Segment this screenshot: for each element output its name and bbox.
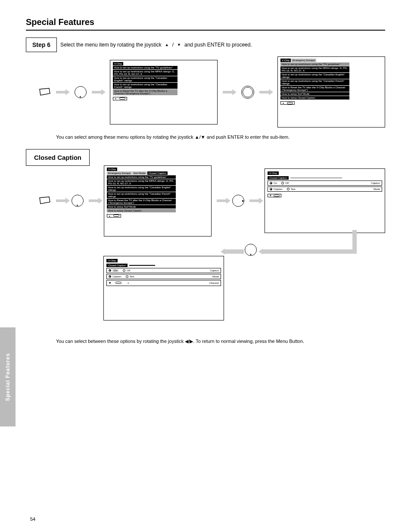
arrow-right-icon	[249, 198, 260, 204]
triangle-up-icon: ▲	[165, 43, 169, 47]
field-mode: Caption Text Mode	[268, 187, 382, 192]
joystick-icon: ▶	[232, 195, 244, 207]
rule	[26, 30, 385, 31]
screen-cc-options-2: V-Chip Closed Caption On Off Caption Cap…	[103, 256, 224, 320]
radio-off-icon	[281, 182, 284, 184]
arrow-right-icon	[92, 89, 105, 95]
step6-instruction-after: and push ENTER to proceed.	[184, 42, 252, 48]
menu-item: How to Reset the TV after the V-Chip Blo…	[280, 86, 349, 92]
menu-item: How to set up restrictions using the MPA…	[280, 66, 349, 72]
menu-item: How to setup Surf Mode	[107, 205, 176, 208]
radio-off-icon	[126, 275, 128, 278]
menu-item: How to Reset the TV after the V-Chip Blo…	[107, 199, 176, 205]
menu-item: How to set up restrictions using the "Ca…	[280, 79, 349, 85]
tab-sub: Emergency Escape	[291, 59, 316, 62]
connector	[225, 249, 244, 254]
arrow-left-icon	[221, 249, 225, 255]
radio-on-icon	[270, 188, 272, 190]
closed-caption-heading: Closed Caption	[26, 149, 90, 166]
radio-off-icon	[123, 269, 125, 272]
step-label: Step 6	[26, 37, 57, 52]
arrow-right-icon	[223, 89, 236, 95]
page-number: 54	[30, 516, 35, 522]
connector	[352, 230, 357, 252]
tab-sub: Emergency Escape	[107, 171, 132, 175]
pager: ▼	[268, 194, 281, 197]
cc-title-sel	[290, 177, 342, 178]
step6-note: You can select among these menu options …	[56, 134, 336, 141]
radio-on-icon	[109, 275, 111, 278]
field-channel: ❖ 1 Channel	[106, 280, 221, 286]
tab-sub: Closed Caption	[147, 171, 168, 175]
tab-vchip: V-Chip	[107, 168, 117, 171]
menu-item: How to set up restrictions using the "Ca…	[113, 76, 177, 82]
arrow-right-icon	[89, 198, 99, 204]
menu-item: How to setup Closed Caption	[280, 96, 349, 100]
field-mode: Caption Text Mode	[106, 274, 221, 279]
pager: ▲	[107, 214, 121, 218]
menu-item: How to set up restrictions using the MPA…	[107, 179, 176, 185]
field-caption: On Off Caption	[106, 268, 221, 273]
field-caption: On Off Caption	[268, 180, 382, 186]
menu-item-selected: How to setup Closed Caption	[107, 209, 176, 212]
radio-on-icon	[270, 182, 272, 184]
screen-cc-options-1: V-Chip Closed Caption On Off Caption Cap…	[265, 168, 385, 233]
menu-item-selected: How to Reset the TV after the V-Chip Blo…	[113, 89, 177, 95]
joystick-icon: ▼	[75, 86, 87, 98]
radio-off-icon	[287, 188, 290, 190]
menu-item: How to set up restrictions using the "Ca…	[107, 192, 176, 198]
closed-caption-flow: ▼ V-Chip Emergency Escape Surf Mode Clos…	[39, 165, 385, 338]
step6-flow: ▼ V-Chip How to set up restrictions usin…	[39, 56, 385, 128]
arrow-right-icon	[56, 89, 69, 95]
arrow-right-icon	[259, 89, 273, 95]
joystick-icon: ▼	[72, 195, 84, 207]
radio-on-icon	[109, 269, 111, 272]
step6-row: Step 6 Select the menu item by rotating …	[26, 37, 385, 52]
menu-item: How to set up restrictions using the MPA…	[113, 70, 177, 76]
pager: ▲	[280, 101, 295, 105]
menu-item: How to set up restrictions using the "Ca…	[280, 73, 349, 79]
connector	[263, 249, 357, 254]
joystick-icon: ▼	[245, 244, 257, 256]
menu-item: How to set up restrictions using the "Ca…	[107, 186, 176, 192]
step6-instruction-before: Select the menu item by rotating the joy…	[60, 42, 162, 48]
arrow-left-icon	[258, 249, 263, 255]
pager: ▼	[113, 97, 127, 100]
triangle-down-icon: ▼	[177, 43, 181, 47]
tab-vchip: V-Chip	[268, 171, 279, 175]
cc-title: Closed Caption	[268, 176, 289, 180]
menu-button-icon	[39, 196, 51, 205]
enter-button-icon	[241, 86, 254, 99]
screen-cc-menu: V-Chip Emergency Escape Surf Mode Closed…	[104, 165, 212, 236]
screen-vchip-menu-1: V-Chip How to set up restrictions using …	[110, 60, 218, 124]
tab-vchip: V-Chip	[280, 59, 291, 62]
cc-note: You can select between these options by …	[56, 338, 336, 345]
menu-item: How to set up restrictions using the "Ca…	[113, 83, 177, 89]
arrow-right-icon	[56, 198, 66, 204]
menu-item: How to set up restrictions using the "TV…	[107, 175, 176, 179]
cc-title-ext	[129, 265, 155, 266]
screen-vchip-menu-2: V-Chip Emergency Escape How to set up re…	[277, 56, 385, 128]
menu-item-selected: How to set up restrictions using the "TV…	[280, 62, 349, 66]
tab-vchip: V-Chip	[113, 62, 123, 65]
page-title: Special Features	[26, 17, 385, 27]
cc-title: Closed Caption	[106, 264, 128, 267]
menu-item: How to set up restrictions using the "TV…	[113, 66, 177, 69]
menu-button-icon	[39, 87, 51, 97]
sidebar-tab: Special Features	[0, 327, 16, 426]
tab-vchip: V-Chip	[106, 259, 118, 262]
menu-item: How to setup Surf Mode	[280, 92, 349, 96]
arrow-right-icon	[217, 198, 227, 204]
tab-sub: Surf Mode	[132, 171, 147, 175]
